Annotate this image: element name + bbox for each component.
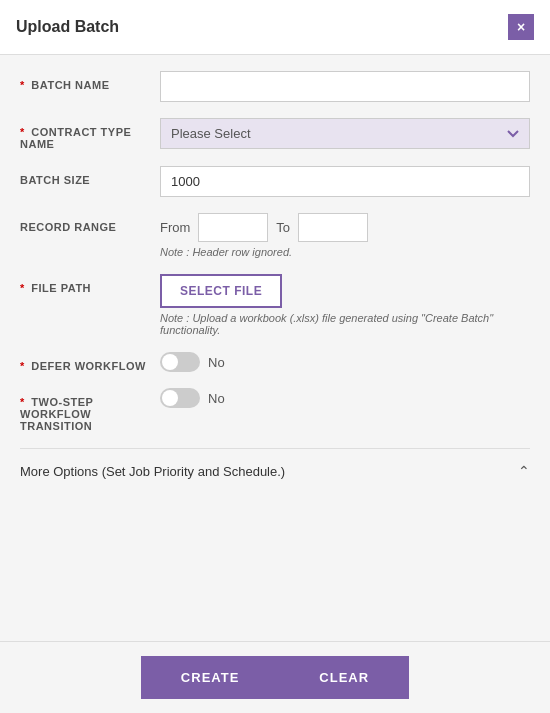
contract-type-label: * CONTRACT TYPE NAME — [20, 118, 160, 150]
more-options-text: More Options (Set Job Priority and Sched… — [20, 464, 285, 479]
record-range-from-input[interactable] — [198, 213, 268, 242]
batch-name-row: * BATCH NAME — [20, 71, 530, 102]
two-step-workflow-toggle[interactable] — [160, 388, 200, 408]
contract-type-row: * CONTRACT TYPE NAME Please Select — [20, 118, 530, 150]
required-star: * — [20, 79, 25, 91]
dialog-body: * BATCH NAME * CONTRACT TYPE NAME Please… — [0, 55, 550, 641]
defer-workflow-wrap: No — [160, 352, 530, 372]
batch-name-wrap — [160, 71, 530, 102]
record-range-wrap: From To Note : Header row ignored. — [160, 213, 530, 258]
from-label: From — [160, 220, 190, 235]
dialog-footer: CREATE CLEAR — [0, 641, 550, 713]
defer-workflow-toggle-wrap: No — [160, 352, 530, 372]
batch-name-input[interactable] — [160, 71, 530, 102]
contract-type-wrap: Please Select — [160, 118, 530, 149]
dialog-header: Upload Batch × — [0, 0, 550, 55]
file-path-label: * FILE PATH — [20, 274, 160, 294]
file-path-row: * FILE PATH SELECT FILE Note : Upload a … — [20, 274, 530, 336]
two-step-workflow-toggle-wrap: No — [160, 388, 530, 408]
record-range-label: RECORD RANGE — [20, 213, 160, 233]
create-button[interactable]: CREATE — [141, 656, 279, 699]
contract-type-select[interactable]: Please Select — [160, 118, 530, 149]
defer-workflow-toggle[interactable] — [160, 352, 200, 372]
batch-size-wrap — [160, 166, 530, 197]
select-file-button[interactable]: SELECT FILE — [160, 274, 282, 308]
more-options-row[interactable]: More Options (Set Job Priority and Sched… — [20, 448, 530, 493]
record-range-to-input[interactable] — [298, 213, 368, 242]
upload-batch-dialog: Upload Batch × * BATCH NAME * CONTRACT T… — [0, 0, 550, 713]
clear-button[interactable]: CLEAR — [279, 656, 409, 699]
batch-size-row: BATCH SIZE — [20, 166, 530, 197]
batch-name-label: * BATCH NAME — [20, 71, 160, 91]
record-range-row: RECORD RANGE From To Note : Header row i… — [20, 213, 530, 258]
batch-size-input[interactable] — [160, 166, 530, 197]
file-path-wrap: SELECT FILE Note : Upload a workbook (.x… — [160, 274, 530, 336]
record-range-note: Note : Header row ignored. — [160, 246, 530, 258]
batch-size-label: BATCH SIZE — [20, 166, 160, 186]
record-range-inputs: From To — [160, 213, 530, 242]
two-step-workflow-toggle-text: No — [208, 391, 225, 406]
required-star: * — [20, 360, 25, 372]
dialog-title: Upload Batch — [16, 18, 119, 36]
two-step-workflow-slider — [160, 388, 200, 408]
two-step-workflow-wrap: No — [160, 388, 530, 408]
to-label: To — [276, 220, 290, 235]
required-star: * — [20, 282, 25, 294]
defer-workflow-row: * DEFER WORKFLOW No — [20, 352, 530, 372]
file-path-note: Note : Upload a workbook (.xlsx) file ge… — [160, 312, 530, 336]
chevron-up-icon: ⌃ — [518, 463, 530, 479]
close-button[interactable]: × — [508, 14, 534, 40]
defer-workflow-label: * DEFER WORKFLOW — [20, 352, 160, 372]
defer-workflow-slider — [160, 352, 200, 372]
defer-workflow-toggle-text: No — [208, 355, 225, 370]
required-star: * — [20, 396, 25, 408]
two-step-workflow-row: * TWO-STEP WORKFLOW TRANSITION No — [20, 388, 530, 432]
required-star: * — [20, 126, 25, 138]
two-step-workflow-label: * TWO-STEP WORKFLOW TRANSITION — [20, 388, 160, 432]
